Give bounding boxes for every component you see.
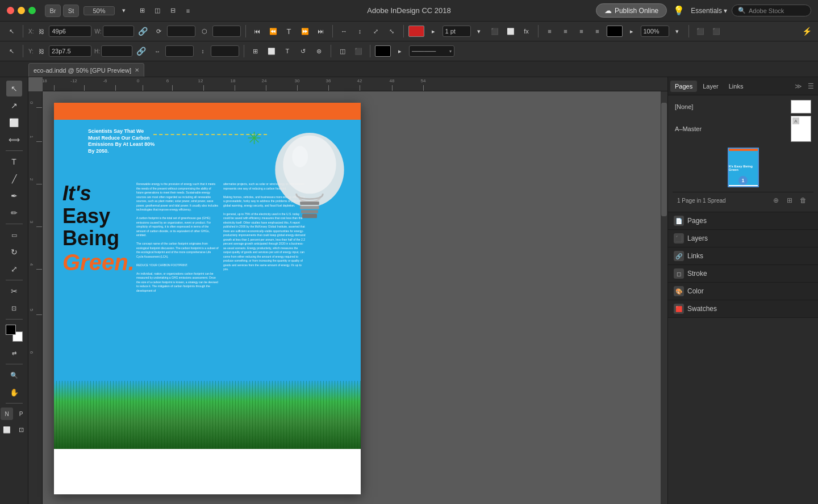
canvas-area[interactable]: -18 -12 -6 0 6 12 18 24 30 36: [28, 77, 667, 504]
stroke-expand-btn[interactable]: ▸: [427, 24, 440, 38]
flip-v-btn[interactable]: ↕: [353, 24, 367, 38]
swap-colors-btn[interactable]: ⇄: [6, 345, 22, 361]
align-justify-text-btn[interactable]: ≡: [591, 24, 604, 38]
layers-header[interactable]: ⬛ Layers: [668, 230, 818, 247]
pages-mini-header[interactable]: 📄 Pages: [668, 212, 818, 229]
mode-btn[interactable]: ≡: [181, 4, 195, 18]
flip-h-btn[interactable]: ↔: [337, 24, 351, 38]
stroke-expand2-btn[interactable]: ▸: [393, 44, 407, 58]
frame-tool-btn[interactable]: ⬜: [1, 423, 13, 436]
align-right-btn[interactable]: ⬛: [710, 24, 723, 38]
selection-arrow-btn[interactable]: ↖: [5, 24, 18, 38]
rotation-input[interactable]: [167, 26, 195, 37]
selection-arrow2-btn[interactable]: ↖: [5, 44, 18, 58]
transform-btn[interactable]: ◫: [336, 44, 349, 58]
new-master-btn[interactable]: ⊕: [770, 195, 782, 206]
arrange-grid-btn[interactable]: ⊞: [135, 4, 149, 18]
scale-y-input[interactable]: [211, 45, 239, 57]
text-import-btn[interactable]: T: [281, 44, 294, 58]
bridge-icon[interactable]: Br: [45, 5, 61, 17]
links-tab[interactable]: Links: [724, 81, 748, 92]
page-1-thumb[interactable]: It's Easy Being Green 1: [728, 148, 759, 187]
flip-hv-btn[interactable]: ⤢: [369, 24, 383, 38]
swatches-header[interactable]: 🟥 Swatches: [668, 300, 818, 317]
align-center-text-btn[interactable]: ≡: [575, 24, 589, 38]
last-page-btn[interactable]: ⏭: [314, 24, 328, 38]
close-button[interactable]: [7, 7, 14, 14]
y-input[interactable]: [49, 45, 91, 57]
layer-tab[interactable]: Layer: [698, 81, 723, 92]
selection-tool-btn[interactable]: ↖: [6, 81, 22, 96]
text-frame-btn[interactable]: ⊡: [15, 423, 27, 436]
x-chain-btn[interactable]: ⛓: [35, 24, 48, 38]
zoom-value[interactable]: 50%: [84, 6, 115, 15]
rotate-tool-btn[interactable]: ↻: [6, 244, 22, 260]
tab-close-btn[interactable]: ✕: [135, 67, 139, 73]
normal-mode-btn[interactable]: N: [1, 408, 13, 420]
h-input[interactable]: [101, 45, 132, 57]
links-header[interactable]: 🔗 Links: [668, 247, 818, 264]
adobe-stock-search[interactable]: 🔍 Adobe Stock: [732, 5, 811, 16]
fill-well[interactable]: [6, 325, 16, 335]
y-chain-btn[interactable]: ⛓: [35, 44, 48, 58]
stock-icon[interactable]: St: [63, 5, 79, 17]
prev-page-btn[interactable]: ⏪: [266, 24, 280, 38]
stroke-color-swatch[interactable]: [408, 26, 424, 37]
x-input[interactable]: [49, 26, 91, 37]
pen-tool-btn[interactable]: ✒: [6, 188, 22, 204]
view-mode-btn[interactable]: ◫: [151, 4, 164, 18]
stroke-weight-input[interactable]: [443, 26, 471, 37]
transform-tool-btn[interactable]: ⊡: [6, 300, 22, 316]
page-tool-btn[interactable]: ⬜: [6, 115, 22, 131]
next-page-btn[interactable]: ⏩: [298, 24, 312, 38]
color-header[interactable]: 🎨 Color: [668, 283, 818, 300]
align-page-btn[interactable]: ⬜: [504, 24, 517, 38]
frames-btn[interactable]: ⊞: [249, 44, 262, 58]
delete-page-btn[interactable]: 🗑: [798, 195, 809, 206]
essentials-btn[interactable]: Essentials ▾: [691, 7, 727, 15]
panel-expand-btn[interactable]: ≫: [793, 81, 803, 91]
content-btn[interactable]: ⬜: [265, 44, 278, 58]
maximize-button[interactable]: [28, 7, 36, 14]
align-spread-btn[interactable]: ⬛: [488, 24, 502, 38]
effects-btn[interactable]: fx: [520, 24, 533, 38]
panel-menu-btn[interactable]: ☰: [806, 81, 816, 91]
scale-x-input[interactable]: [165, 45, 194, 57]
chain-lock2-btn[interactable]: 🔗: [135, 44, 148, 58]
flip-vh-btn[interactable]: ⤡: [385, 24, 399, 38]
stroke-style-selector[interactable]: ────── ▾: [409, 45, 454, 57]
stroke-swatch-row2[interactable]: [375, 45, 391, 57]
fill-expand-btn[interactable]: ▸: [625, 24, 638, 38]
eraser-tool-btn[interactable]: ▭: [6, 227, 22, 243]
goto-source-btn[interactable]: ⊛: [312, 44, 326, 58]
opacity-input[interactable]: [641, 26, 669, 37]
document-tab[interactable]: eco-ad.indd @ 50% [GPU Preview] ✕: [28, 63, 144, 77]
publish-online-button[interactable]: ☁ Publish Online: [596, 3, 667, 18]
align-btn[interactable]: ⬛: [352, 44, 365, 58]
gap-tool-btn[interactable]: ⟺: [6, 132, 22, 148]
shear-input[interactable]: [212, 26, 241, 37]
page-options-btn[interactable]: ⊞: [784, 195, 795, 206]
text-thread-btn[interactable]: T: [282, 24, 296, 38]
opacity-dropdown-btn[interactable]: ▾: [670, 24, 684, 38]
align-left-text-btn[interactable]: ≡: [543, 24, 557, 38]
stroke-header[interactable]: ◻ Stroke: [668, 265, 818, 282]
direct-selection-tool-btn[interactable]: ↗: [6, 98, 22, 114]
minimize-button[interactable]: [18, 7, 25, 14]
align-right-text-btn[interactable]: ≡: [559, 24, 573, 38]
lightning-btn[interactable]: ⚡: [800, 24, 813, 38]
pages-tab[interactable]: Pages: [670, 81, 697, 92]
zoom-tool-btn[interactable]: 🔍: [6, 367, 22, 383]
relink-btn[interactable]: ↺: [297, 44, 310, 58]
hand-tool-btn[interactable]: ✋: [6, 384, 22, 400]
chain-lock-btn[interactable]: 🔗: [136, 24, 150, 38]
stroke-weight-dropdown[interactable]: ▾: [472, 24, 486, 38]
type-tool-btn[interactable]: T: [6, 154, 22, 170]
fill-color-swatch[interactable]: [607, 26, 623, 37]
zoom-dropdown-btn[interactable]: ▾: [117, 4, 131, 18]
preview-mode-btn[interactable]: P: [15, 408, 27, 420]
scissors-tool-btn[interactable]: ✂: [6, 283, 22, 299]
grid-view-btn[interactable]: ⊟: [166, 4, 180, 18]
scale-tool-btn[interactable]: ⤢: [6, 261, 22, 277]
pencil-tool-btn[interactable]: ✏: [6, 205, 22, 221]
